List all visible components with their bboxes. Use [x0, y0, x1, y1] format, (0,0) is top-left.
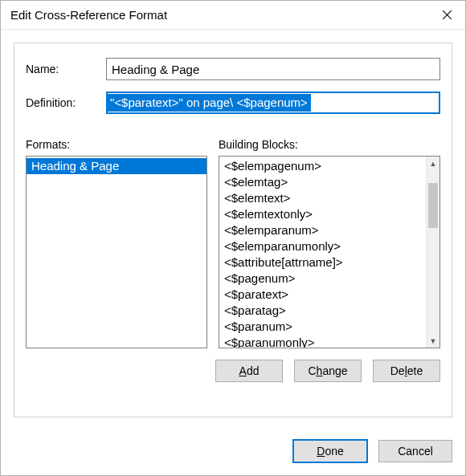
add-button[interactable]: Add	[215, 360, 283, 382]
change-button[interactable]: Change	[294, 360, 362, 382]
building-blocks-scrollbar[interactable]: ▲ ▼	[426, 157, 439, 348]
list-item[interactable]: <$elemtext>	[219, 190, 426, 206]
list-item[interactable]: <$pagenum>	[219, 271, 426, 287]
titlebar: Edit Cross-Reference Format	[1, 1, 465, 30]
definition-label: Definition:	[26, 96, 106, 109]
list-item[interactable]: <$elemparanum>	[219, 222, 426, 238]
list-item[interactable]: <$elemtag>	[219, 174, 426, 190]
done-button[interactable]: Done	[293, 440, 367, 462]
scroll-track[interactable]	[427, 170, 439, 334]
name-input[interactable]	[106, 58, 440, 80]
scroll-up-arrow-icon[interactable]: ▲	[427, 157, 440, 170]
scroll-down-arrow-icon[interactable]: ▼	[427, 334, 440, 348]
list-item[interactable]: <$elemparanumonly>	[219, 238, 426, 254]
formats-list-inner: Heading & Page	[27, 157, 206, 348]
definition-row: Definition: "<$paratext>" on page\ <$pag…	[26, 92, 440, 114]
name-label: Name:	[26, 63, 106, 75]
lists-row: Heading & Page <$elempagenum><$elemtag><…	[26, 156, 440, 348]
list-item[interactable]: <$elempagenum>	[219, 158, 426, 174]
dialog-footer: Done Cancel	[1, 430, 465, 475]
definition-selection: "<$paratext>" on page\ <$pagenum>	[107, 94, 311, 112]
formats-label: Formats:	[26, 138, 219, 151]
building-blocks-list-inner: <$elempagenum><$elemtag><$elemtext><$ele…	[219, 157, 439, 348]
definition-input[interactable]: "<$paratext>" on page\ <$pagenum>	[106, 92, 440, 114]
close-icon	[443, 10, 452, 19]
list-item[interactable]: Heading & Page	[27, 158, 206, 174]
building-blocks-listbox[interactable]: <$elempagenum><$elemtag><$elemtext><$ele…	[219, 156, 440, 348]
main-panel: Name: Definition: "<$paratext>" on page\…	[14, 43, 452, 417]
delete-button[interactable]: Delete	[373, 360, 440, 382]
lists-header: Formats: Building Blocks:	[26, 138, 440, 151]
list-item[interactable]: <$paranum>	[219, 319, 426, 335]
panel-button-row: Add Change Delete	[26, 360, 440, 382]
name-row: Name:	[26, 58, 440, 80]
dialog-content: Name: Definition: "<$paratext>" on page\…	[1, 30, 465, 430]
dialog-window: Edit Cross-Reference Format Name: Defini…	[0, 0, 466, 476]
list-item[interactable]: <$elemtextonly>	[219, 206, 426, 222]
building-blocks-label: Building Blocks:	[219, 138, 440, 151]
cancel-button[interactable]: Cancel	[378, 440, 452, 462]
formats-listbox[interactable]: Heading & Page	[26, 156, 207, 348]
close-button[interactable]	[428, 1, 465, 30]
list-item[interactable]: <$attribute[attrname]>	[219, 254, 426, 271]
list-item[interactable]: <$paranumonly>	[219, 335, 426, 348]
list-item[interactable]: <$paratag>	[219, 303, 426, 319]
list-item[interactable]: <$paratext>	[219, 287, 426, 303]
window-title: Edit Cross-Reference Format	[10, 8, 167, 22]
scroll-thumb[interactable]	[428, 183, 438, 228]
